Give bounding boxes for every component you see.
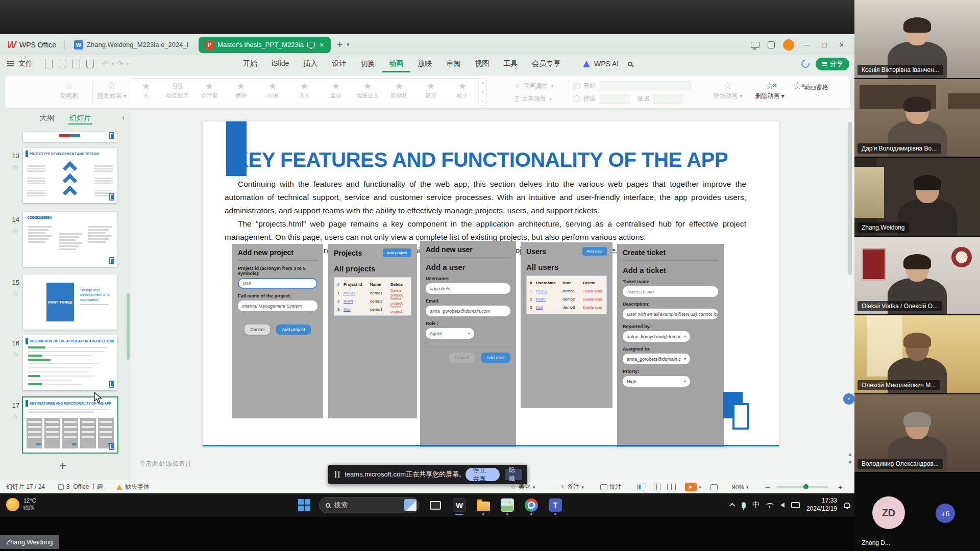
scroll-more-icon[interactable]: ≡ bbox=[481, 99, 484, 104]
zoom-out-button[interactable]: ─ bbox=[766, 480, 770, 494]
thumbnail-slide-15[interactable]: PART THREEDesign and development of a ap… bbox=[23, 274, 117, 330]
cloud-sync-icon[interactable] bbox=[800, 58, 811, 69]
export-icon[interactable] bbox=[86, 60, 94, 68]
minimize-button[interactable]: ─ bbox=[802, 40, 812, 49]
preview-effect-button[interactable]: ☆ 预览效果 ▾ bbox=[95, 80, 128, 101]
notes-placeholder[interactable]: 单击此处添加备注 bbox=[139, 459, 192, 468]
save-icon[interactable] bbox=[45, 60, 53, 68]
new-tab-button[interactable]: + bbox=[337, 39, 342, 51]
add-slide-button[interactable]: + bbox=[59, 459, 66, 473]
scroll-up-icon[interactable]: ▲ bbox=[481, 81, 485, 85]
animation-pane-button[interactable]: ☆≡ 动画窗格 bbox=[793, 80, 828, 92]
start-dropdown[interactable] bbox=[599, 81, 691, 91]
collapse-panel-icon[interactable]: ‹ bbox=[122, 113, 125, 121]
user-avatar[interactable] bbox=[783, 39, 794, 51]
device-icon[interactable] bbox=[791, 502, 800, 508]
theme-indicator[interactable]: 8_Office 主题 bbox=[58, 483, 103, 491]
favorite-star-icon[interactable]: ☆ bbox=[12, 290, 18, 297]
slides-tab[interactable]: 幻灯片 bbox=[68, 112, 92, 124]
thumbnail-slide-16[interactable]: DESCRIPTION OF THE APPLICATION ARCHITECT… bbox=[23, 335, 117, 390]
gallery-item-8[interactable]: ★阶梯状 bbox=[383, 79, 415, 106]
participant-tile-3[interactable]: Zhang.Weidong bbox=[854, 158, 980, 236]
zoom-slider[interactable] bbox=[777, 480, 828, 494]
reading-view-button[interactable] bbox=[667, 480, 676, 494]
redo-icon[interactable]: ↷ bbox=[117, 59, 124, 68]
current-slide[interactable]: KEY FEATURES AND FUNCTIONALITY OF THE AP… bbox=[203, 121, 779, 447]
menu-item-7[interactable]: 审阅 bbox=[439, 55, 468, 72]
text-properties-button[interactable]: T 文本属性▾ bbox=[515, 92, 553, 105]
delay-spinner[interactable] bbox=[653, 94, 682, 104]
redo-caret-icon[interactable]: ▾ bbox=[127, 61, 129, 66]
menu-item-9[interactable]: 工具 bbox=[496, 55, 525, 72]
scroll-down-icon[interactable]: ▼ bbox=[481, 90, 485, 94]
next-slide-button[interactable]: ▼ bbox=[847, 459, 853, 465]
taskbar-wps-app[interactable]: W bbox=[452, 495, 467, 515]
wifi-icon[interactable] bbox=[766, 503, 774, 508]
canvas-scrollbar[interactable] bbox=[848, 122, 852, 275]
app-grid-icon[interactable] bbox=[768, 41, 775, 48]
missing-font-warning[interactable]: 缺失字体 bbox=[116, 483, 150, 491]
participant-tile-2[interactable]: Дар'я Володимирівна Во... bbox=[854, 79, 980, 157]
gallery-item-10[interactable]: ★轮子 bbox=[447, 79, 478, 106]
thumbnail-slide-13[interactable]: PROTOTYPE DEVELOPMENT AND TESTING bbox=[23, 148, 117, 203]
taskbar-search[interactable]: 搜索 bbox=[319, 497, 419, 513]
tab-list-caret-icon[interactable]: ▾ bbox=[347, 41, 350, 48]
wps-home-tab[interactable]: W WPS Office bbox=[0, 34, 64, 55]
tray-expand-icon[interactable] bbox=[729, 503, 735, 509]
zoom-in-button[interactable]: + bbox=[838, 480, 843, 494]
normal-view-button[interactable] bbox=[638, 480, 646, 494]
thumbnail-slide-14[interactable]: CONCLUSIONCONCLUSION bbox=[23, 212, 117, 267]
delete-animation-button[interactable]: ☆✕ 删除动画 ▾ bbox=[751, 80, 789, 101]
notes-button[interactable]: ≋ 备注▾ bbox=[560, 480, 584, 494]
gallery-item-0[interactable]: ★无 bbox=[130, 79, 162, 106]
menu-item-5[interactable]: 动画 bbox=[382, 55, 410, 72]
clock[interactable]: 17:33 2024/12/19 bbox=[806, 497, 837, 513]
menu-item-6[interactable]: 放映 bbox=[410, 55, 439, 72]
menu-item-10[interactable]: 会员专享 bbox=[525, 55, 568, 72]
taskbar-file-explorer[interactable] bbox=[476, 495, 491, 515]
tab-close-icon[interactable]: × bbox=[318, 41, 325, 49]
menu-item-4[interactable]: 切换 bbox=[353, 55, 382, 72]
ime-indicator[interactable]: 中 bbox=[752, 500, 760, 510]
wps-ai-label[interactable]: WPS AI bbox=[594, 60, 619, 68]
taskbar-teams[interactable]: T bbox=[548, 495, 563, 515]
start-button[interactable] bbox=[298, 499, 310, 511]
comments-button[interactable]: 批注 bbox=[600, 480, 622, 494]
gallery-item-7[interactable]: ★缓慢进入 bbox=[352, 79, 383, 106]
menu-item-2[interactable]: 插入 bbox=[296, 55, 325, 72]
slide-sorter-button[interactable] bbox=[653, 480, 660, 494]
output-icon[interactable] bbox=[59, 60, 66, 68]
taskbar-weather-widget[interactable]: 12°C 晴朗 bbox=[6, 497, 36, 512]
taskbar-photos-app[interactable] bbox=[500, 495, 515, 515]
maximize-button[interactable]: □ bbox=[820, 40, 829, 49]
favorite-star-icon[interactable]: ☆ bbox=[12, 227, 18, 235]
search-icon[interactable] bbox=[628, 62, 632, 66]
gallery-item-1[interactable]: 99动态数字 bbox=[162, 79, 193, 106]
menu-item-3[interactable]: 设计 bbox=[325, 55, 353, 72]
zoom-level[interactable]: 90%▾ bbox=[732, 480, 749, 494]
animation-painter-button[interactable]: ☆ 动画刷 bbox=[50, 80, 88, 101]
favorite-star-icon[interactable]: ☆ bbox=[12, 413, 18, 420]
favorite-star-icon[interactable]: ☆ bbox=[12, 163, 18, 171]
undo-caret-icon[interactable]: ▾ bbox=[112, 61, 114, 66]
smart-animation-button[interactable]: ☆ 智能动画 ▾ bbox=[708, 80, 748, 101]
duration-spinner[interactable] bbox=[599, 94, 630, 104]
panel-scrollbar[interactable] bbox=[127, 293, 130, 360]
thumbnail-slide-17[interactable]: KEY FEATURES AND FUNCTIONALITY OF THE AP… bbox=[23, 397, 117, 453]
zoom-slider-handle[interactable] bbox=[803, 484, 808, 489]
previous-slide-button[interactable]: ▲ bbox=[847, 451, 853, 457]
close-button[interactable]: × bbox=[837, 40, 846, 49]
gallery-item-5[interactable]: ★飞入 bbox=[288, 79, 320, 106]
gallery-item-3[interactable]: ★擦除 bbox=[225, 79, 257, 106]
document-tab-presentation-active[interactable]: P Master's thesis_PPT_M223ia × bbox=[199, 37, 331, 53]
sidebar-toggle-handle[interactable]: ‹ bbox=[843, 393, 854, 405]
animation-properties-button[interactable]: ☆ 动画属性▾ bbox=[515, 80, 553, 92]
fit-slide-button[interactable] bbox=[710, 480, 718, 494]
participant-tile-1[interactable]: Ксенія Вікторівна Іванчен... bbox=[854, 0, 980, 78]
slideshow-button[interactable]: ▶▾ bbox=[685, 480, 701, 494]
share-button[interactable]: 分享 bbox=[816, 58, 849, 70]
taskbar-chrome[interactable] bbox=[524, 495, 539, 515]
outline-tab[interactable]: 大纲 bbox=[39, 112, 55, 124]
gallery-item-9[interactable]: ★菱形 bbox=[415, 79, 447, 106]
menu-item-0[interactable]: 开始 bbox=[236, 55, 264, 72]
